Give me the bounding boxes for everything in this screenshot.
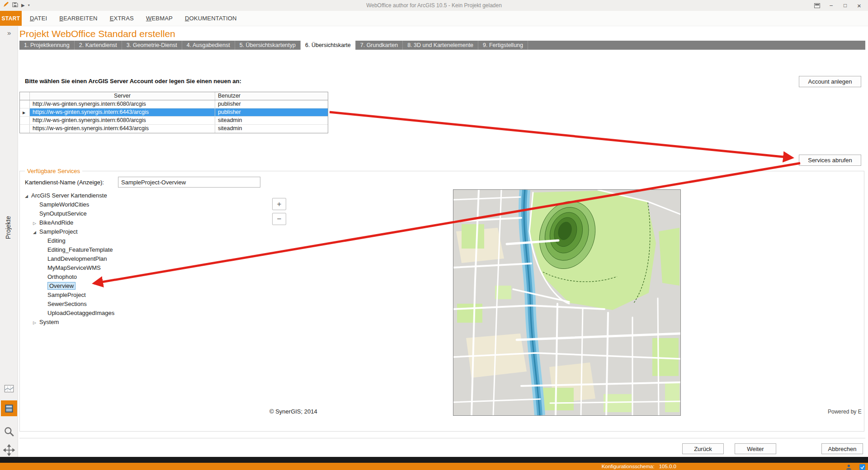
- map-tool-icon[interactable]: [2, 381, 16, 396]
- map-preview-image: [453, 190, 680, 415]
- wizard-step[interactable]: 9. Fertigstellung: [478, 41, 528, 50]
- menu-item[interactable]: EXTRAS: [110, 15, 134, 22]
- close-icon[interactable]: ×: [852, 0, 866, 11]
- wizard-step[interactable]: 8. 3D und Kartenelemente: [403, 41, 478, 50]
- tree-item-label: SewerSections: [47, 301, 87, 307]
- map-attribution: © SynerGIS; 2014: [269, 408, 317, 415]
- fetch-services-button[interactable]: Services abrufen: [799, 155, 861, 166]
- pan-tool-icon[interactable]: [2, 443, 16, 457]
- user-cell: publisher: [215, 108, 328, 116]
- tree-expander-icon[interactable]: ▷: [33, 318, 39, 327]
- window-bottom-edge: [0, 457, 868, 463]
- service-name-label: Kartendienst-Name (Anzeige):: [25, 179, 104, 186]
- status-bar: Konfigurationsschema:105.0.0: [0, 463, 868, 470]
- powered-by-text: Powered by E: [828, 409, 862, 415]
- menu-item[interactable]: WEBMAP: [146, 15, 173, 22]
- server-cell: https://w-ws-ginten.synergis.intern:6443…: [30, 125, 215, 133]
- tree-expander-icon[interactable]: ◢: [33, 228, 39, 237]
- window-style-icon[interactable]: [810, 0, 824, 11]
- remove-service-button[interactable]: −: [272, 213, 286, 225]
- tree-item-label: Editing: [47, 237, 66, 244]
- next-button[interactable]: Weiter: [735, 443, 776, 454]
- selected-row-marker-icon: ▶: [23, 111, 25, 115]
- tree-item-label: MyMapServiceWMS: [47, 264, 101, 271]
- menu-item[interactable]: DOKUMENTATION: [185, 15, 237, 22]
- projects-tool-icon[interactable]: [1, 400, 17, 416]
- account-prompt: Bitte wählen Sie einen ArcGIS Server Acc…: [25, 78, 241, 85]
- server-cell: http://w-ws-ginten.synergis.intern:6080/…: [30, 100, 215, 108]
- user-cell: siteadmin: [215, 117, 328, 124]
- tree-item-label: SynOutputService: [39, 210, 87, 217]
- tree-item[interactable]: SampleWorldCities: [19, 200, 264, 209]
- account-table-header: Server Benutzer: [20, 92, 328, 100]
- service-name-input[interactable]: [118, 177, 260, 188]
- tree-item[interactable]: ◢SampleProject: [19, 227, 264, 236]
- tree-item[interactable]: MyMapServiceWMS: [19, 263, 264, 273]
- tree-item-label: Overview: [47, 282, 75, 290]
- back-button[interactable]: Zurück: [682, 443, 724, 454]
- user-column-header[interactable]: Benutzer: [215, 92, 328, 100]
- tree-item[interactable]: Editing_FeatureTemplate: [19, 245, 264, 254]
- wizard-step[interactable]: 7. Grundkarten: [356, 41, 403, 50]
- server-cell: http://w-ws-ginten.synergis.intern:6080/…: [30, 117, 215, 124]
- cancel-button[interactable]: Abbrechen: [821, 443, 863, 454]
- wizard-step[interactable]: 4. Ausgabedienst: [182, 41, 235, 50]
- search-tool-icon[interactable]: [2, 424, 16, 439]
- window-controls: – □ ×: [810, 0, 866, 11]
- tree-item-label: UploadGeotaggedImages: [47, 310, 114, 316]
- tree-item-label: SampleProject: [39, 228, 78, 235]
- server-cell: https://w-ws-ginten.synergis.intern:6443…: [30, 108, 215, 116]
- config-schema-status: Konfigurationsschema:105.0.0: [602, 463, 676, 470]
- collapse-panel-icon[interactable]: »: [7, 29, 11, 37]
- account-row[interactable]: ▶ https://w-ws-ginten.synergis.intern:64…: [20, 108, 328, 117]
- account-table-body: http://w-ws-ginten.synergis.intern:6080/…: [20, 100, 328, 133]
- create-account-button[interactable]: Account anlegen: [799, 76, 861, 87]
- maximize-icon[interactable]: □: [838, 0, 852, 11]
- tree-item[interactable]: Overview: [19, 282, 264, 291]
- tree-item[interactable]: ▷BikeAndRide: [19, 218, 264, 227]
- connection-icon[interactable]: [859, 464, 865, 470]
- account-row[interactable]: http://w-ws-ginten.synergis.intern:6080/…: [20, 117, 328, 125]
- user-icon[interactable]: [846, 464, 852, 470]
- tree-item[interactable]: SynOutputService: [19, 209, 264, 218]
- wizard-step[interactable]: 2. Kartendienst: [75, 41, 122, 50]
- wizard-step[interactable]: 6. Übersichtskarte: [301, 41, 356, 50]
- footer-separator: [19, 438, 865, 438]
- account-table: Server Benutzer http://w-ws-ginten.syner…: [19, 92, 328, 133]
- menu-item[interactable]: DATEI: [30, 15, 47, 22]
- user-cell: siteadmin: [215, 125, 328, 133]
- tree-expander-icon[interactable]: ▷: [33, 219, 39, 228]
- map-preview: [453, 189, 681, 416]
- server-column-header[interactable]: Server: [30, 92, 215, 100]
- tree-item[interactable]: UploadGeotaggedImages: [19, 309, 264, 318]
- tab-start[interactable]: START: [0, 11, 22, 26]
- menu-item[interactable]: BEARBEITEN: [59, 15, 97, 22]
- tree-item-label: Orthophoto: [47, 273, 77, 280]
- wizard-step[interactable]: 1. Projektkennung: [19, 41, 75, 50]
- tree-item[interactable]: Editing: [19, 236, 264, 245]
- wizard-step[interactable]: 5. Übersichtskartentyp: [235, 41, 301, 50]
- tree-item[interactable]: ▷System: [19, 318, 264, 327]
- tree-expander-icon[interactable]: ◢: [25, 192, 31, 201]
- tree-item-label: ArcGIS Server Kartendienste: [31, 192, 107, 199]
- wizard-steps: 1. Projektkennung 2. Kartendienst 3. Geo…: [19, 41, 865, 50]
- marker-column-header: [20, 92, 30, 100]
- menu-bar: START DATEI BEARBEITEN EXTRAS WEBMAP DOK…: [0, 11, 868, 26]
- tree-item[interactable]: ◢ArcGIS Server Kartendienste: [19, 191, 264, 200]
- tree-item-label: Editing_FeatureTemplate: [47, 246, 113, 253]
- projects-panel-label: Projekte: [5, 216, 12, 239]
- tree-item[interactable]: SewerSections: [19, 300, 264, 309]
- left-rail: » Projekte: [0, 26, 18, 457]
- add-service-button[interactable]: +: [272, 198, 286, 210]
- user-cell: publisher: [215, 100, 328, 108]
- tree-item[interactable]: Orthophoto: [19, 273, 264, 282]
- wizard-step[interactable]: 3. Geometrie-Dienst: [122, 41, 182, 50]
- account-row[interactable]: https://w-ws-ginten.synergis.intern:6443…: [20, 125, 328, 133]
- tree-item[interactable]: SampleProject: [19, 291, 264, 300]
- tree-item-label: SampleProject: [47, 291, 86, 298]
- tree-item[interactable]: LandDevelopmentPlan: [19, 254, 264, 263]
- account-row[interactable]: http://w-ws-ginten.synergis.intern:6080/…: [20, 100, 328, 108]
- tree-item-label: SampleWorldCities: [39, 201, 89, 208]
- minimize-icon[interactable]: –: [824, 0, 838, 11]
- tree-item-label: System: [39, 319, 59, 325]
